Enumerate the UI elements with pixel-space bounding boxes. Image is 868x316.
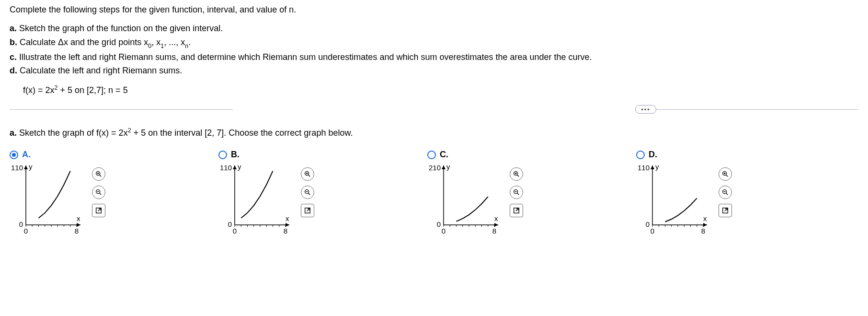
option-A: A. 110 0 y 0 8 x: [10, 150, 218, 236]
radio-A[interactable]: [10, 151, 18, 159]
svg-marker-23: [286, 223, 289, 227]
x-min-label: 0: [24, 227, 28, 235]
zoom-out-icon[interactable]: [719, 186, 732, 199]
y-min-label: 0: [19, 220, 23, 228]
option-label: B.: [231, 150, 240, 160]
step-a-text: Sketch the graph of the function on the …: [17, 23, 223, 33]
popout-icon[interactable]: [510, 204, 523, 217]
svg-line-21: [98, 209, 101, 211]
svg-line-65: [516, 209, 518, 211]
mini-chart: 110 0 y 0 8 x: [636, 164, 708, 236]
icon-stack: [301, 164, 314, 217]
x-axis-label: x: [286, 214, 289, 222]
y-min-label: 0: [437, 220, 441, 228]
option-C: C. 210 0 y 0 8 x: [427, 150, 636, 236]
intro-text: Complete the following steps for the giv…: [10, 5, 858, 15]
mini-chart: 110 0 y 0 8 x: [218, 164, 290, 236]
option-D: D. 110 0 y 0 8 x: [636, 150, 845, 236]
option-label: D.: [649, 150, 657, 160]
svg-marker-67: [703, 223, 707, 227]
x-min-label: 0: [651, 227, 654, 235]
step-a-label: a.: [10, 23, 17, 33]
svg-line-18: [100, 193, 102, 195]
mini-chart-svg: 110 0 y 0 8 x: [10, 164, 81, 236]
zoom-in-icon[interactable]: [301, 167, 314, 181]
svg-marker-1: [77, 223, 80, 227]
ellipsis-icon: •••: [641, 106, 651, 113]
x-axis-label: x: [703, 214, 707, 222]
radio-D[interactable]: [636, 151, 645, 159]
mini-chart-svg: 110 0 y 0 8 x: [636, 164, 708, 236]
y-min-label: 0: [228, 220, 232, 228]
svg-marker-3: [24, 165, 28, 169]
options-row: A. 110 0 y 0 8 x B. 110 0 y 0 8 x C. 210: [10, 150, 858, 236]
icon-stack: [510, 164, 523, 217]
zoom-in-icon[interactable]: [510, 167, 523, 181]
step-d-text: Calculate the left and right Riemann sum…: [17, 66, 182, 75]
radio-B[interactable]: [218, 151, 227, 159]
chart-area: 110 0 y 0 8 x: [10, 164, 218, 236]
svg-line-58: [517, 175, 519, 177]
x-min-label: 0: [233, 227, 237, 235]
y-max-label: 110: [220, 164, 232, 172]
option-header: D.: [636, 150, 845, 160]
svg-line-87: [725, 209, 727, 211]
svg-line-84: [726, 193, 728, 195]
step-d: d. Calculate the left and right Riemann …: [10, 64, 858, 78]
icon-stack: [719, 164, 732, 217]
svg-line-80: [726, 175, 728, 177]
step-a: a. Sketch the graph of the function on t…: [10, 22, 858, 35]
question-a-t1: Sketch the graph of f(x) = 2x: [17, 128, 128, 138]
step-b-text-3: , ..., x: [164, 37, 185, 47]
step-b-text-1: Calculate Δx and the grid points x: [17, 37, 148, 47]
x-max-label: 8: [492, 227, 496, 235]
x-max-label: 8: [75, 227, 79, 235]
option-label: C.: [440, 150, 448, 160]
step-b-label: b.: [10, 37, 17, 47]
y-axis-label: y: [655, 164, 659, 171]
option-header: C.: [427, 150, 636, 160]
step-c-text: Illustrate the left and right Riemann su…: [17, 52, 592, 62]
y-axis-label: y: [29, 164, 33, 171]
question-a-sup: 2: [128, 127, 131, 134]
option-header: A.: [10, 150, 218, 160]
step-b-text-2: , x: [151, 37, 160, 47]
popout-icon[interactable]: [301, 204, 314, 217]
option-header: B.: [218, 150, 427, 160]
svg-marker-25: [233, 165, 237, 169]
radio-C[interactable]: [427, 151, 436, 159]
y-max-label: 210: [429, 164, 441, 172]
zoom-out-icon[interactable]: [510, 186, 523, 199]
sub-n: n: [185, 43, 188, 49]
zoom-in-icon[interactable]: [92, 167, 105, 181]
sub-1: 1: [160, 43, 164, 49]
y-max-label: 110: [638, 164, 650, 172]
popout-icon[interactable]: [719, 204, 732, 217]
zoom-in-icon[interactable]: [719, 167, 732, 181]
y-axis-label: y: [446, 164, 450, 171]
step-c-label: c.: [10, 52, 17, 62]
x-axis-label: x: [77, 214, 80, 222]
func-post: + 5 on [2,7]; n = 5: [58, 85, 128, 95]
mini-chart-svg: 110 0 y 0 8 x: [218, 164, 290, 236]
y-min-label: 0: [646, 220, 650, 228]
svg-marker-69: [651, 165, 654, 169]
option-B: B. 110 0 y 0 8 x: [218, 150, 427, 236]
svg-marker-47: [442, 165, 445, 169]
zoom-out-icon[interactable]: [301, 186, 314, 199]
question-a: a. Sketch the graph of f(x) = 2x2 + 5 on…: [10, 127, 858, 138]
mini-chart-svg: 210 0 y 0 8 x: [427, 164, 499, 236]
y-max-label: 110: [11, 164, 23, 172]
zoom-out-icon[interactable]: [92, 186, 105, 199]
x-min-label: 0: [442, 227, 445, 235]
more-button[interactable]: •••: [635, 105, 656, 114]
sub-0: 0: [148, 43, 151, 49]
function-def: f(x) = 2x2 + 5 on [2,7]; n = 5: [23, 84, 858, 95]
svg-line-40: [308, 193, 310, 195]
popout-icon[interactable]: [92, 204, 105, 217]
icon-stack: [92, 164, 105, 217]
svg-line-62: [517, 193, 519, 195]
mini-chart: 110 0 y 0 8 x: [10, 164, 81, 236]
question-a-t2: + 5 on the interval [2, 7]. Choose the c…: [131, 128, 353, 138]
chart-area: 210 0 y 0 8 x: [427, 164, 636, 236]
